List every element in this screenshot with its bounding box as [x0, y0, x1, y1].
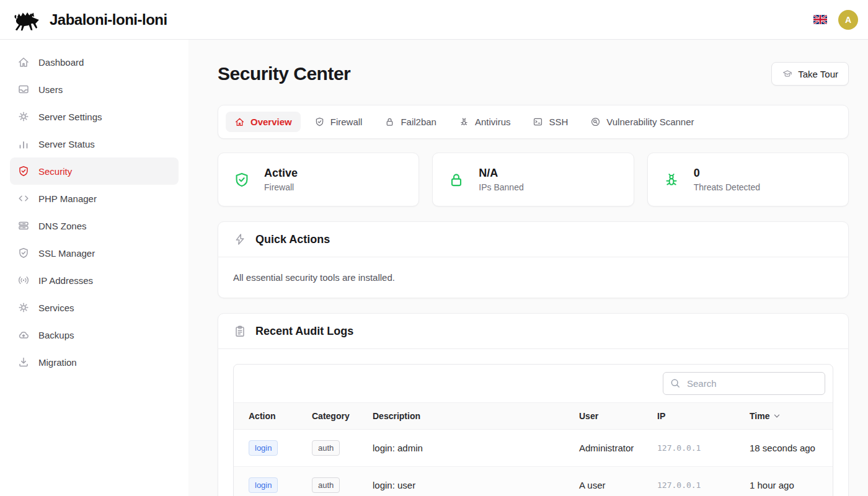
uk-flag-language-icon[interactable] — [813, 15, 827, 24]
audit-logs-title: Recent Audit Logs — [255, 325, 353, 338]
bar-chart-icon — [17, 138, 30, 150]
clipboard-icon — [233, 324, 247, 338]
tab-label: Fail2ban — [401, 117, 436, 127]
sidebar-item-dashboard[interactable]: Dashboard — [10, 48, 179, 76]
quick-actions-message: All essential security tools are install… — [233, 272, 833, 283]
sidebar-item-dns-zones[interactable]: DNS Zones — [10, 212, 179, 239]
bug-icon — [663, 171, 680, 188]
lock-icon — [384, 117, 395, 127]
tab-ssh[interactable]: SSH — [524, 112, 577, 132]
description-cell: login: user — [363, 467, 569, 496]
brand[interactable]: Jabaloni-loni-loni — [10, 8, 167, 32]
shield-check-icon — [233, 171, 250, 188]
quick-actions-title: Quick Actions — [255, 233, 330, 246]
column-header-user[interactable]: User — [569, 403, 647, 430]
sidebar-item-server-status[interactable]: Server Status — [10, 130, 179, 157]
shield-check-icon — [314, 117, 325, 127]
user-avatar[interactable]: A — [838, 10, 858, 30]
tab-overview[interactable]: Overview — [226, 112, 301, 132]
category-badge: auth — [312, 440, 340, 456]
app-title: Jabaloni-loni-loni — [50, 11, 167, 29]
sidebar-item-server-settings[interactable]: Server Settings — [10, 103, 179, 130]
audit-table: Action Category Description User IP Time — [234, 402, 833, 496]
broadcast-icon — [17, 274, 30, 286]
tab-label: Overview — [250, 117, 292, 127]
user-cell: A user — [569, 467, 647, 496]
home-icon — [234, 117, 245, 127]
sidebar: Dashboard Users Server Settings Server S… — [0, 40, 188, 496]
bug-icon — [459, 117, 469, 127]
time-cell: 1 hour ago — [740, 467, 833, 496]
tab-fail2ban[interactable]: Fail2ban — [376, 112, 445, 132]
cloud-upload-icon — [17, 329, 30, 341]
audit-table-container: Action Category Description User IP Time — [233, 364, 833, 496]
page-title: Security Center — [218, 63, 350, 84]
tab-vulnerability-scanner[interactable]: Vulnerability Scanner — [582, 112, 702, 132]
description-cell: login: admin — [363, 430, 569, 467]
sidebar-item-label: Backups — [38, 330, 74, 340]
action-badge[interactable]: login — [249, 477, 278, 493]
sidebar-item-ssl-manager[interactable]: SSL Manager — [10, 239, 179, 267]
sidebar-item-migration[interactable]: Migration — [10, 348, 179, 376]
sidebar-item-label: Server Status — [38, 139, 95, 149]
ip-cell: 127.0.0.1 — [647, 430, 740, 467]
tab-label: Vulnerability Scanner — [606, 117, 694, 127]
download-icon — [17, 356, 30, 368]
sidebar-item-users[interactable]: Users — [10, 76, 179, 103]
stat-value: N/A — [479, 167, 523, 180]
search-icon — [670, 378, 681, 389]
gear-icon — [17, 110, 30, 123]
sidebar-item-security[interactable]: Security — [10, 157, 179, 185]
sidebar-item-php-manager[interactable]: PHP Manager — [10, 185, 179, 212]
search-input[interactable] — [663, 372, 825, 395]
security-tabs: Overview Firewall Fail2ban Antivirus SSH… — [218, 105, 849, 139]
tab-firewall[interactable]: Firewall — [306, 112, 371, 132]
table-row[interactable]: login auth login: admin Administrator 12… — [234, 430, 833, 467]
column-header-description[interactable]: Description — [363, 403, 569, 430]
sidebar-item-label: Server Settings — [38, 112, 102, 122]
lock-icon — [448, 171, 465, 188]
column-header-time[interactable]: Time — [740, 403, 833, 430]
column-header-category[interactable]: Category — [302, 403, 363, 430]
sidebar-item-label: PHP Manager — [38, 193, 97, 204]
stat-label: Threats Detected — [694, 182, 760, 192]
quick-actions-card: Quick Actions All essential security too… — [218, 221, 849, 298]
stat-card-firewall: Active Firewall — [218, 153, 419, 206]
stat-value: 0 — [694, 167, 760, 180]
stat-card-ips-banned: N/A IPs Banned — [432, 153, 634, 206]
take-tour-button[interactable]: Take Tour — [771, 62, 849, 86]
time-cell: 18 seconds ago — [740, 430, 833, 467]
table-row[interactable]: login auth login: user A user 127.0.0.1 … — [234, 467, 833, 496]
sidebar-item-label: Users — [38, 84, 63, 95]
shield-check-icon — [17, 165, 30, 177]
tab-label: Firewall — [330, 117, 363, 127]
user-cell: Administrator — [569, 430, 647, 467]
take-tour-label: Take Tour — [798, 69, 838, 79]
graduation-cap-icon — [782, 68, 793, 79]
code-icon — [17, 192, 30, 205]
action-badge[interactable]: login — [249, 440, 278, 456]
column-header-action[interactable]: Action — [234, 403, 302, 430]
chevron-down-icon — [773, 412, 781, 420]
column-header-time-label: Time — [750, 411, 769, 421]
stat-card-threats: 0 Threats Detected — [647, 153, 849, 206]
boar-logo-icon — [10, 8, 42, 32]
sidebar-item-ip-addresses[interactable]: IP Addresses — [10, 267, 179, 294]
sidebar-item-label: Services — [38, 303, 74, 313]
lightning-bolt-icon — [233, 232, 247, 246]
main-content: Security Center Take Tour Overview Firew… — [188, 40, 868, 496]
topbar: Jabaloni-loni-loni A — [0, 0, 868, 40]
inbox-icon — [17, 83, 30, 95]
column-header-ip[interactable]: IP — [647, 403, 740, 430]
sidebar-item-label: DNS Zones — [38, 221, 87, 231]
sidebar-item-services[interactable]: Services — [10, 294, 179, 321]
sidebar-item-label: IP Addresses — [38, 275, 93, 286]
server-icon — [17, 219, 30, 232]
stat-label: IPs Banned — [479, 182, 523, 192]
audit-logs-card: Recent Audit Logs — [218, 313, 849, 496]
tab-label: Antivirus — [475, 117, 511, 127]
home-icon — [17, 56, 30, 68]
tab-antivirus[interactable]: Antivirus — [450, 112, 520, 132]
tab-label: SSH — [549, 117, 568, 127]
sidebar-item-backups[interactable]: Backups — [10, 321, 179, 348]
